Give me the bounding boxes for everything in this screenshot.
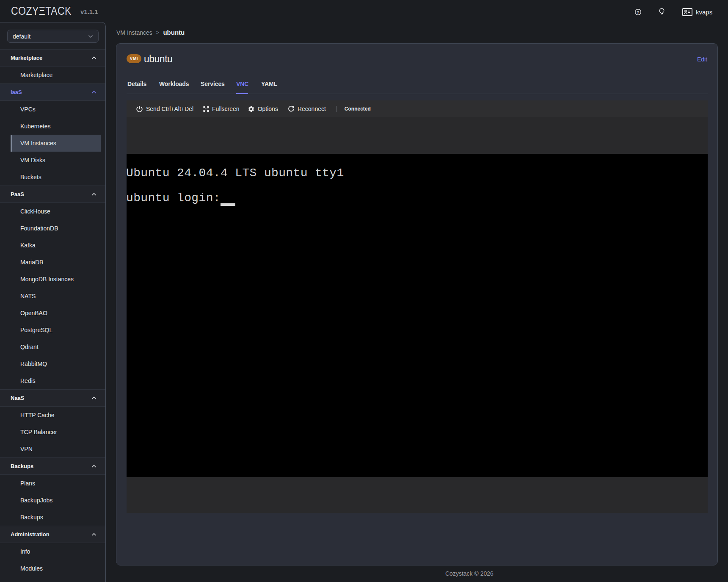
svg-text:?: ? bbox=[637, 10, 640, 14]
